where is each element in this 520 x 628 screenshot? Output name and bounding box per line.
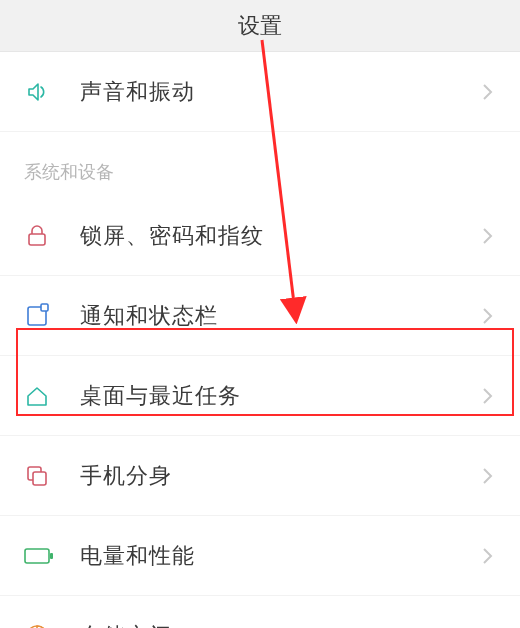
storage-icon [24, 623, 80, 628]
chevron-right-icon [478, 82, 496, 102]
svg-rect-5 [25, 549, 49, 563]
chevron-right-icon [478, 226, 496, 246]
row-sound-vibration[interactable]: 声音和振动 [0, 52, 520, 132]
chevron-right-icon [478, 466, 496, 486]
lock-icon [24, 223, 80, 249]
row-label: 存储空间 [80, 621, 478, 628]
page-header: 设置 [0, 0, 520, 52]
svg-rect-0 [29, 234, 45, 245]
chevron-right-icon [478, 546, 496, 566]
row-label: 通知和状态栏 [80, 301, 478, 331]
row-label: 电量和性能 [80, 541, 478, 571]
row-label: 声音和振动 [80, 77, 478, 107]
volume-icon [24, 78, 80, 106]
row-notification-statusbar[interactable]: 通知和状态栏 [0, 276, 520, 356]
section-header-system-device: 系统和设备 [0, 132, 520, 196]
copy-icon [24, 463, 80, 489]
row-battery-performance[interactable]: 电量和性能 [0, 516, 520, 596]
chevron-right-icon [478, 386, 496, 406]
battery-icon [24, 546, 80, 566]
svg-rect-2 [41, 304, 48, 311]
page-title: 设置 [238, 11, 282, 41]
chevron-right-icon [478, 306, 496, 326]
notification-icon [24, 303, 80, 329]
row-label: 手机分身 [80, 461, 478, 491]
svg-rect-4 [33, 472, 46, 485]
home-icon [24, 383, 80, 409]
row-label: 锁屏、密码和指纹 [80, 221, 478, 251]
row-label: 桌面与最近任务 [80, 381, 478, 411]
svg-rect-6 [50, 553, 53, 559]
row-storage[interactable]: 存储空间 [0, 596, 520, 628]
row-phone-clone[interactable]: 手机分身 [0, 436, 520, 516]
row-home-recent-tasks[interactable]: 桌面与最近任务 [0, 356, 520, 436]
row-lockscreen-password-fingerprint[interactable]: 锁屏、密码和指纹 [0, 196, 520, 276]
